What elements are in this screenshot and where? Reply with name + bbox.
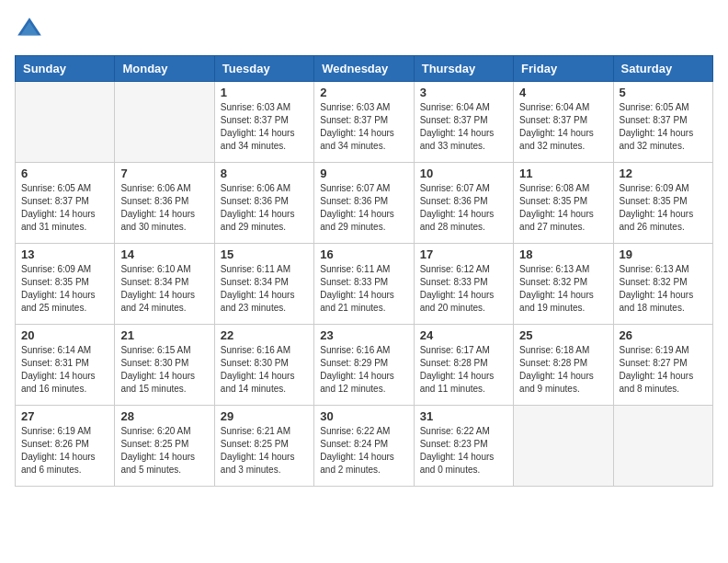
day-info: Sunrise: 6:04 AMSunset: 8:37 PMDaylight:… — [519, 101, 607, 153]
calendar-day-cell: 21Sunrise: 6:15 AMSunset: 8:30 PMDayligh… — [115, 325, 214, 406]
day-of-week-header: Thursday — [414, 56, 513, 82]
day-number: 17 — [420, 247, 507, 261]
day-info: Sunrise: 6:06 AMSunset: 8:36 PMDaylight:… — [221, 182, 308, 234]
day-info: Sunrise: 6:07 AMSunset: 8:36 PMDaylight:… — [420, 182, 507, 234]
day-number: 5 — [620, 86, 707, 99]
day-number: 22 — [221, 328, 308, 342]
calendar-day-cell: 25Sunrise: 6:18 AMSunset: 8:28 PMDayligh… — [514, 325, 613, 406]
calendar-day-cell: 23Sunrise: 6:16 AMSunset: 8:29 PMDayligh… — [314, 325, 414, 406]
day-info: Sunrise: 6:16 AMSunset: 8:30 PMDaylight:… — [221, 344, 308, 396]
calendar-week-row: 13Sunrise: 6:09 AMSunset: 8:35 PMDayligh… — [16, 244, 713, 325]
calendar-day-cell: 1Sunrise: 6:03 AMSunset: 8:37 PMDaylight… — [214, 82, 313, 163]
day-of-week-header: Wednesday — [314, 56, 414, 82]
day-number: 14 — [120, 247, 208, 261]
day-number: 3 — [420, 86, 507, 99]
day-info: Sunrise: 6:18 AMSunset: 8:28 PMDaylight:… — [519, 344, 607, 396]
day-number: 30 — [320, 409, 407, 423]
calendar-week-row: 6Sunrise: 6:05 AMSunset: 8:37 PMDaylight… — [16, 163, 713, 244]
calendar-day-cell — [115, 82, 214, 163]
day-info: Sunrise: 6:15 AMSunset: 8:30 PMDaylight:… — [120, 344, 208, 396]
day-number: 12 — [620, 167, 707, 180]
calendar-day-cell: 31Sunrise: 6:22 AMSunset: 8:23 PMDayligh… — [414, 406, 513, 487]
day-info: Sunrise: 6:13 AMSunset: 8:32 PMDaylight:… — [519, 263, 607, 315]
day-number: 2 — [320, 86, 407, 99]
day-number: 23 — [320, 328, 407, 342]
calendar-day-cell: 17Sunrise: 6:12 AMSunset: 8:33 PMDayligh… — [414, 244, 513, 325]
day-info: Sunrise: 6:09 AMSunset: 8:35 PMDaylight:… — [21, 263, 108, 315]
calendar-day-cell — [514, 406, 613, 487]
calendar-header-row: SundayMondayTuesdayWednesdayThursdayFrid… — [16, 56, 713, 82]
day-number: 9 — [320, 167, 407, 180]
logo — [15, 15, 48, 44]
day-number: 16 — [320, 247, 407, 261]
day-number: 8 — [221, 167, 308, 180]
day-number: 15 — [221, 247, 308, 261]
calendar-day-cell: 19Sunrise: 6:13 AMSunset: 8:32 PMDayligh… — [613, 244, 712, 325]
calendar-day-cell: 22Sunrise: 6:16 AMSunset: 8:30 PMDayligh… — [214, 325, 313, 406]
calendar-table: SundayMondayTuesdayWednesdayThursdayFrid… — [15, 55, 713, 487]
calendar-week-row: 1Sunrise: 6:03 AMSunset: 8:37 PMDaylight… — [16, 82, 713, 163]
calendar-day-cell: 30Sunrise: 6:22 AMSunset: 8:24 PMDayligh… — [314, 406, 414, 487]
day-info: Sunrise: 6:08 AMSunset: 8:35 PMDaylight:… — [519, 182, 607, 234]
day-info: Sunrise: 6:21 AMSunset: 8:25 PMDaylight:… — [221, 425, 308, 477]
day-info: Sunrise: 6:10 AMSunset: 8:34 PMDaylight:… — [120, 263, 208, 315]
calendar-day-cell: 6Sunrise: 6:05 AMSunset: 8:37 PMDaylight… — [16, 163, 115, 244]
day-info: Sunrise: 6:19 AMSunset: 8:27 PMDaylight:… — [620, 344, 707, 396]
day-info: Sunrise: 6:14 AMSunset: 8:31 PMDaylight:… — [21, 344, 108, 396]
calendar-day-cell: 27Sunrise: 6:19 AMSunset: 8:26 PMDayligh… — [16, 406, 115, 487]
calendar-day-cell — [16, 82, 115, 163]
day-number: 13 — [21, 247, 108, 261]
day-number: 18 — [519, 247, 607, 261]
day-info: Sunrise: 6:11 AMSunset: 8:34 PMDaylight:… — [221, 263, 308, 315]
calendar-day-cell: 9Sunrise: 6:07 AMSunset: 8:36 PMDaylight… — [314, 163, 414, 244]
logo-icon — [15, 15, 44, 44]
calendar-day-cell: 14Sunrise: 6:10 AMSunset: 8:34 PMDayligh… — [115, 244, 214, 325]
calendar-day-cell: 15Sunrise: 6:11 AMSunset: 8:34 PMDayligh… — [214, 244, 313, 325]
calendar-day-cell: 7Sunrise: 6:06 AMSunset: 8:36 PMDaylight… — [115, 163, 214, 244]
day-info: Sunrise: 6:13 AMSunset: 8:32 PMDaylight:… — [620, 263, 707, 315]
day-number: 27 — [21, 409, 108, 423]
day-info: Sunrise: 6:06 AMSunset: 8:36 PMDaylight:… — [120, 182, 208, 234]
calendar-day-cell — [613, 406, 712, 487]
day-info: Sunrise: 6:17 AMSunset: 8:28 PMDaylight:… — [420, 344, 507, 396]
calendar-day-cell: 12Sunrise: 6:09 AMSunset: 8:35 PMDayligh… — [613, 163, 712, 244]
calendar-day-cell: 13Sunrise: 6:09 AMSunset: 8:35 PMDayligh… — [16, 244, 115, 325]
calendar-day-cell: 10Sunrise: 6:07 AMSunset: 8:36 PMDayligh… — [414, 163, 513, 244]
day-number: 4 — [519, 86, 607, 99]
day-info: Sunrise: 6:16 AMSunset: 8:29 PMDaylight:… — [320, 344, 407, 396]
day-of-week-header: Saturday — [613, 56, 712, 82]
page-header — [15, 15, 713, 44]
calendar-week-row: 27Sunrise: 6:19 AMSunset: 8:26 PMDayligh… — [16, 406, 713, 487]
day-number: 21 — [120, 328, 208, 342]
day-info: Sunrise: 6:11 AMSunset: 8:33 PMDaylight:… — [320, 263, 407, 315]
day-number: 31 — [420, 409, 507, 423]
calendar-day-cell: 11Sunrise: 6:08 AMSunset: 8:35 PMDayligh… — [514, 163, 613, 244]
day-info: Sunrise: 6:05 AMSunset: 8:37 PMDaylight:… — [620, 101, 707, 153]
day-number: 28 — [120, 409, 208, 423]
calendar-day-cell: 4Sunrise: 6:04 AMSunset: 8:37 PMDaylight… — [514, 82, 613, 163]
calendar-week-row: 20Sunrise: 6:14 AMSunset: 8:31 PMDayligh… — [16, 325, 713, 406]
day-info: Sunrise: 6:09 AMSunset: 8:35 PMDaylight:… — [620, 182, 707, 234]
day-of-week-header: Tuesday — [214, 56, 313, 82]
day-of-week-header: Friday — [514, 56, 613, 82]
calendar-day-cell: 3Sunrise: 6:04 AMSunset: 8:37 PMDaylight… — [414, 82, 513, 163]
day-info: Sunrise: 6:07 AMSunset: 8:36 PMDaylight:… — [320, 182, 407, 234]
day-of-week-header: Sunday — [16, 56, 115, 82]
day-number: 24 — [420, 328, 507, 342]
calendar-day-cell: 2Sunrise: 6:03 AMSunset: 8:37 PMDaylight… — [314, 82, 414, 163]
calendar-day-cell: 18Sunrise: 6:13 AMSunset: 8:32 PMDayligh… — [514, 244, 613, 325]
day-info: Sunrise: 6:03 AMSunset: 8:37 PMDaylight:… — [221, 101, 308, 153]
day-number: 25 — [519, 328, 607, 342]
day-number: 26 — [620, 328, 707, 342]
day-info: Sunrise: 6:04 AMSunset: 8:37 PMDaylight:… — [420, 101, 507, 153]
day-info: Sunrise: 6:12 AMSunset: 8:33 PMDaylight:… — [420, 263, 507, 315]
day-of-week-header: Monday — [115, 56, 214, 82]
calendar-day-cell: 5Sunrise: 6:05 AMSunset: 8:37 PMDaylight… — [613, 82, 712, 163]
day-info: Sunrise: 6:20 AMSunset: 8:25 PMDaylight:… — [120, 425, 208, 477]
day-number: 7 — [120, 167, 208, 180]
calendar-day-cell: 29Sunrise: 6:21 AMSunset: 8:25 PMDayligh… — [214, 406, 313, 487]
day-info: Sunrise: 6:03 AMSunset: 8:37 PMDaylight:… — [320, 101, 407, 153]
calendar-day-cell: 28Sunrise: 6:20 AMSunset: 8:25 PMDayligh… — [115, 406, 214, 487]
day-number: 6 — [21, 167, 108, 180]
day-number: 1 — [221, 86, 308, 99]
